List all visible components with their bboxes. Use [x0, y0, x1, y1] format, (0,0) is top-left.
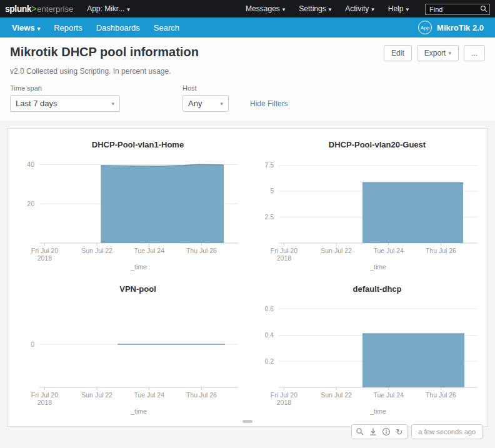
svg-text:_time: _time: [130, 263, 147, 271]
svg-text:Fri Jul 20: Fri Jul 20: [270, 391, 297, 399]
svg-text:Sun Jul 22: Sun Jul 22: [321, 391, 352, 399]
splunk-topbar: splunk > enterprise App: Mikr...▾ Messag…: [0, 0, 495, 17]
nav-dashboards[interactable]: Dashboards: [89, 23, 147, 32]
chart-title: DHCP-Pool-vlan20-Guest: [248, 135, 487, 151]
svg-text:Sun Jul 22: Sun Jul 22: [81, 247, 112, 254]
horizontal-scrollbar-thumb[interactable]: [242, 420, 252, 423]
svg-text:Thu Jul 26: Thu Jul 26: [186, 247, 216, 254]
svg-text:0.2: 0.2: [264, 357, 274, 365]
host-dropdown[interactable]: Any ▾: [182, 95, 229, 112]
caret-down-icon: ▾: [406, 6, 409, 12]
caret-down-icon: ▾: [282, 6, 286, 12]
svg-text:2018: 2018: [37, 254, 52, 262]
svg-text:0.6: 0.6: [264, 305, 274, 312]
menu-messages[interactable]: Messages▾: [246, 4, 285, 13]
panel-toolbar: ↻ a few seconds ago: [351, 424, 482, 439]
caret-down-icon: ▾: [371, 6, 374, 12]
svg-text:Fri Jul 20: Fri Jul 20: [270, 247, 297, 254]
svg-text:Tue Jul 24: Tue Jul 24: [134, 391, 164, 399]
time-span-filter: Time span Last 7 days ▾: [10, 84, 120, 112]
time-span-value: Last 7 days: [16, 99, 58, 108]
svg-text:5: 5: [270, 187, 274, 194]
svg-text:_time: _time: [369, 407, 386, 415]
svg-text:Fri Jul 20: Fri Jul 20: [31, 391, 58, 399]
refresh-time: a few seconds ago: [411, 424, 482, 439]
navbar-right: App MikroTik 2.0: [418, 21, 490, 34]
svg-text:Thu Jul 26: Thu Jul 26: [186, 391, 216, 399]
nav-search[interactable]: Search: [147, 23, 186, 32]
logo-enterprise-text: enterprise: [37, 4, 73, 14]
chart-cell-vpn-pool: VPN-pool 0Fri Jul 202018Sun Jul 22Tue Ju…: [8, 276, 248, 420]
edit-button[interactable]: Edit: [384, 45, 412, 61]
open-in-search-icon[interactable]: [353, 425, 366, 439]
app-context-menu[interactable]: App: Mikr...▾: [87, 4, 130, 13]
time-span-label: Time span: [10, 84, 120, 92]
caret-down-icon: ▾: [329, 6, 332, 12]
caret-down-icon: ▾: [38, 26, 41, 32]
svg-text:40: 40: [27, 161, 34, 168]
host-label: Host: [182, 84, 229, 92]
menu-settings-label: Settings: [299, 4, 326, 13]
app-name: MikroTik 2.0: [437, 23, 484, 32]
caret-down-icon: ▾: [106, 101, 114, 107]
app-context-label: App: Mikr...: [87, 4, 124, 13]
chart-title: VPN-pool: [8, 279, 248, 295]
hide-filters-link[interactable]: Hide Filters: [250, 99, 288, 108]
menu-help[interactable]: Help▾: [388, 4, 409, 13]
nav-views-label: Views: [12, 23, 35, 32]
chart-cell-vlan20-guest: DHCP-Pool-vlan20-Guest 2.557.5Fri Jul 20…: [248, 131, 487, 276]
svg-text:2.5: 2.5: [264, 213, 274, 221]
app-badge-icon[interactable]: App: [418, 21, 432, 34]
topbar-right: Messages▾ Settings▾ Activity▾ Help▾: [246, 3, 490, 15]
svg-text:7.5: 7.5: [264, 161, 274, 169]
svg-text:Sun Jul 22: Sun Jul 22: [321, 247, 352, 254]
menu-messages-label: Messages: [246, 4, 280, 13]
svg-text:_time: _time: [130, 407, 147, 415]
svg-text:Tue Jul 24: Tue Jul 24: [134, 247, 164, 254]
host-filter: Host Any ▾: [182, 84, 229, 112]
more-actions-button[interactable]: ...: [464, 45, 485, 61]
export-download-icon[interactable]: [366, 425, 379, 439]
filters-row: Time span Last 7 days ▾ Host Any ▾ Hide …: [10, 84, 485, 112]
chart-cell-default-dhcp: default-dhcp 0.20.40.6Fri Jul 202018Sun …: [248, 276, 487, 420]
area-chart-vlan20-guest[interactable]: 2.557.5Fri Jul 202018Sun Jul 22Tue Jul 2…: [250, 151, 485, 276]
svg-text:Thu Jul 26: Thu Jul 26: [425, 391, 456, 399]
nav-reports[interactable]: Reports: [47, 23, 89, 32]
refresh-icon[interactable]: ↻: [392, 425, 406, 439]
svg-text:Fri Jul 20: Fri Jul 20: [31, 247, 58, 254]
splunk-logo[interactable]: splunk > enterprise: [5, 4, 73, 14]
search-icon: [480, 5, 488, 12]
dashboard-body: DHCP-Pool-vlan1-Home 2040Fri Jul 202018S…: [0, 121, 495, 427]
svg-text:Tue Jul 24: Tue Jul 24: [373, 391, 404, 399]
chart-title: default-dhcp: [248, 279, 487, 295]
nav-views[interactable]: Views▾: [5, 23, 47, 32]
panel-tool-group: ↻: [351, 424, 408, 439]
area-chart-default-dhcp[interactable]: 0.20.40.6Fri Jul 202018Sun Jul 22Tue Jul…: [250, 295, 485, 420]
app-navbar: Views▾ Reports Dashboards Search App Mik…: [0, 17, 495, 37]
menu-settings[interactable]: Settings▾: [299, 4, 331, 13]
svg-text:Thu Jul 26: Thu Jul 26: [425, 247, 456, 254]
menu-activity-label: Activity: [345, 4, 369, 13]
export-button[interactable]: Export▾: [417, 45, 459, 61]
menu-help-label: Help: [388, 4, 404, 13]
svg-text:0: 0: [31, 341, 34, 348]
svg-text:2018: 2018: [276, 399, 291, 406]
svg-text:Tue Jul 24: Tue Jul 24: [373, 247, 404, 254]
logo-splunk-text: splunk: [5, 4, 31, 14]
dashboard-description: v2.0 Collected using Scripting. In perce…: [10, 67, 485, 76]
line-chart-vpn-pool[interactable]: 0Fri Jul 202018Sun Jul 22Tue Jul 24Thu J…: [11, 295, 246, 420]
svg-text:20: 20: [27, 200, 34, 207]
find-search: [425, 3, 490, 15]
chart-title: DHCP-Pool-vlan1-Home: [8, 135, 248, 151]
chart-cell-vlan1-home: DHCP-Pool-vlan1-Home 2040Fri Jul 202018S…: [8, 131, 248, 276]
svg-text:Sun Jul 22: Sun Jul 22: [81, 391, 112, 399]
page-title: Mikrotik DHCP pool information: [10, 45, 384, 59]
area-chart-vlan1-home[interactable]: 2040Fri Jul 202018Sun Jul 22Tue Jul 24Th…: [11, 151, 246, 276]
dashboard-header: Mikrotik DHCP pool information Edit Expo…: [0, 37, 495, 121]
time-span-dropdown[interactable]: Last 7 days ▾: [10, 95, 120, 112]
caret-down-icon: ▾: [448, 50, 451, 56]
caret-down-icon: ▾: [127, 6, 130, 12]
menu-activity[interactable]: Activity▾: [345, 4, 374, 13]
caret-down-icon: ▾: [215, 101, 223, 107]
inspect-info-icon[interactable]: [379, 425, 392, 439]
